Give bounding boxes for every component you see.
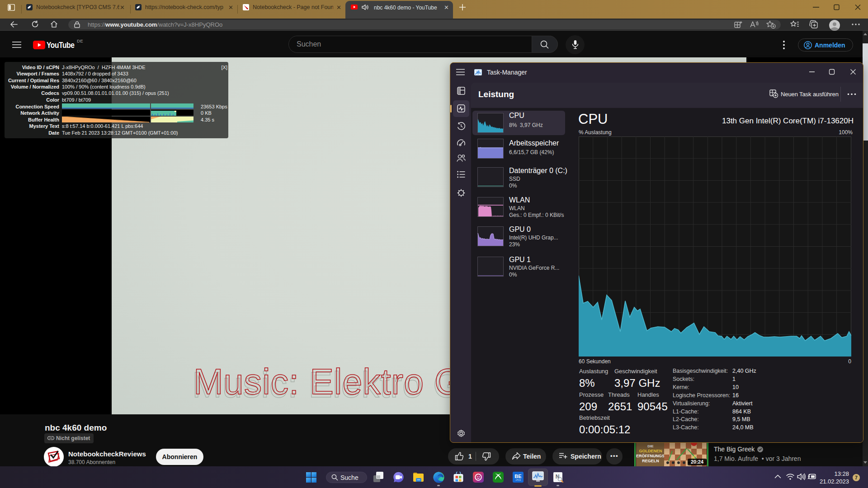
svg-text:BE: BE <box>514 474 521 479</box>
svg-text:+PCS: +PCS <box>515 479 521 481</box>
svg-text:Music: Elektro Gu: Music: Elektro Gu <box>193 361 483 402</box>
svg-text:N: N <box>556 474 560 480</box>
